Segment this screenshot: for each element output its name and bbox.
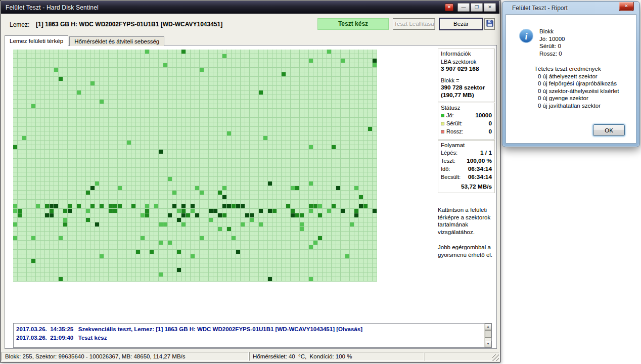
test-value: 100,00 % bbox=[467, 158, 492, 164]
result-line: 0 új áthelyezett szektor bbox=[538, 73, 619, 80]
log-scrollbar[interactable]: ▲ ▼ bbox=[484, 324, 491, 347]
disk-label: Lemez: bbox=[10, 21, 29, 28]
close-button[interactable]: ✕ bbox=[484, 3, 496, 12]
status-bar-spacer bbox=[425, 352, 499, 361]
dialog-title-bar[interactable]: Felület Teszt - Riport ✕ bbox=[502, 2, 639, 14]
time-label: Idő: bbox=[441, 166, 450, 172]
surface-help-text: Kattintson a felületi térképre a szektor… bbox=[438, 206, 496, 236]
bad-value: 0 bbox=[488, 128, 492, 135]
step-label: Lépés: bbox=[441, 150, 457, 156]
surface-map-canvas[interactable] bbox=[13, 50, 377, 282]
tab-strip: Lemez felületi térkép Hőmérséklet és átv… bbox=[5, 35, 165, 46]
maximize-button[interactable]: ❐ bbox=[471, 3, 483, 12]
progress-row-test: Teszt: 100,00 % bbox=[441, 158, 492, 164]
progress-panel-title: Folyamat bbox=[441, 142, 492, 148]
status-bar: Blokk: 255, Szektor: 99635640 - 10002636… bbox=[1, 351, 499, 361]
context-menu-help-text: Jobb egérgombbal a gyorsmenü érhető el. bbox=[438, 244, 496, 258]
red-close-button[interactable]: ✕ bbox=[445, 4, 453, 11]
test-label: Teszt: bbox=[441, 158, 455, 164]
log-line: 2017.03.26. 14:35:25 Szekvenciális teszt… bbox=[14, 324, 491, 333]
report-summary: Blokk Jó: 10000 Sérült: 0 Rossz: 0 bbox=[539, 28, 565, 57]
minimize-icon: — bbox=[462, 5, 466, 10]
test-status-badge: Teszt kész bbox=[317, 18, 389, 30]
stop-test-button[interactable]: Teszt Leállítása bbox=[393, 18, 435, 30]
damaged-label: Sérült: bbox=[446, 120, 463, 127]
step-value: 1 / 1 bbox=[480, 150, 492, 156]
damaged-value: 0 bbox=[488, 120, 492, 127]
chevron-up-icon: ▲ bbox=[487, 325, 490, 328]
speed-value: 53,72 MB/s bbox=[441, 183, 492, 190]
bad-color-swatch bbox=[441, 130, 444, 133]
surface-test-window: Felület Teszt - Hard Disk Sentinel ✕ — ❐… bbox=[0, 0, 500, 362]
save-icon bbox=[486, 20, 493, 27]
time-value: 06:34:14 bbox=[468, 166, 492, 172]
block-sectors: 390 728 szektor bbox=[441, 84, 492, 92]
info-panel-title: Információk bbox=[441, 51, 492, 57]
disk-value: [1] 1863 GB H: WDC WD2002FYPS-01U1B1 [WD… bbox=[36, 21, 222, 28]
progress-row-estimated: Becsült: 06:34:14 bbox=[441, 174, 492, 180]
report-dialog: Felület Teszt - Riport ✕ i Blokk Jó: 100… bbox=[502, 1, 640, 147]
block-size: (190,77 MB) bbox=[441, 92, 492, 99]
progress-row-time: Idő: 06:34:14 bbox=[441, 166, 492, 172]
window-title: Felület Teszt - Hard Disk Sentinel bbox=[6, 4, 99, 11]
ok-button[interactable]: OK bbox=[593, 124, 625, 136]
good-label: Jó: bbox=[446, 112, 454, 119]
progress-panel: Folyamat Lépés: 1 / 1 Teszt: 100,00 % Id… bbox=[438, 140, 495, 193]
resize-grip[interactable] bbox=[492, 354, 499, 361]
info-panel: Információk LBA szektorok 3 907 029 168 … bbox=[438, 49, 495, 102]
scrollbar-thumb[interactable] bbox=[485, 330, 491, 338]
estimated-value: 06:34:14 bbox=[468, 174, 492, 180]
close-window-button[interactable]: Bezár bbox=[439, 18, 483, 30]
status-row-bad: Rossz: 0 bbox=[441, 128, 492, 135]
block-label: Blokk = bbox=[441, 77, 492, 84]
save-report-button[interactable] bbox=[484, 18, 495, 30]
summary-damaged: Sérült: 0 bbox=[539, 42, 565, 50]
status-row-damaged: Sérült: 0 bbox=[441, 120, 492, 127]
damaged-color-swatch bbox=[441, 122, 444, 125]
lba-label: LBA szektorok bbox=[441, 58, 492, 65]
progress-row-step: Lépés: 1 / 1 bbox=[441, 150, 492, 156]
svg-text:i: i bbox=[525, 31, 528, 41]
details-title: Tételes teszt eredmények bbox=[534, 65, 619, 73]
status-panel: Státusz Jó: 10000 Sérült: 0 Rossz: 0 bbox=[438, 103, 495, 140]
log-box[interactable]: 2017.03.26. 14:35:25 Szekvenciális teszt… bbox=[13, 323, 492, 348]
surface-map-page: Információk LBA szektorok 3 907 029 168 … bbox=[5, 45, 497, 349]
status-bar-temperature-info: Hőmérséklet: 40 °C, Kondíció: 100 % bbox=[249, 352, 424, 361]
bad-label: Rossz: bbox=[446, 128, 464, 135]
close-icon: ✕ bbox=[488, 5, 492, 10]
info-icon: i bbox=[519, 28, 534, 43]
maximize-icon: ❐ bbox=[475, 5, 479, 10]
status-bar-block-info: Blokk: 255, Szektor: 99635640 - 10002636… bbox=[2, 352, 249, 361]
dialog-content: i Blokk Jó: 10000 Sérült: 0 Rossz: 0 Tét… bbox=[506, 14, 636, 144]
lba-value: 3 907 029 168 bbox=[441, 65, 492, 73]
good-value: 10000 bbox=[475, 112, 492, 119]
report-details: Tételes teszt eredmények 0 új áthelyezet… bbox=[534, 65, 619, 110]
summary-block-label: Blokk bbox=[539, 28, 565, 35]
estimated-label: Becsült: bbox=[441, 174, 461, 180]
details-lines: 0 új áthelyezett szektor 0 új felpörgési… bbox=[538, 73, 619, 110]
tab-temperature[interactable]: Hőmérséklet és átviteli sebesség bbox=[69, 36, 164, 46]
close-icon: ✕ bbox=[447, 5, 451, 10]
good-color-swatch bbox=[441, 114, 444, 117]
chevron-down-icon: ▼ bbox=[487, 342, 490, 345]
tab-surface-map[interactable]: Lemez felületi térkép bbox=[5, 35, 68, 47]
status-panel-title: Státusz bbox=[441, 105, 492, 111]
dialog-title: Felület Teszt - Riport bbox=[512, 5, 568, 12]
result-line: 0 új szektor-áthelyezési kísérlet bbox=[538, 87, 619, 95]
result-line: 0 új javíthatatlan szektor bbox=[538, 102, 619, 110]
status-row-good: Jó: 10000 bbox=[441, 112, 492, 119]
titlebar-buttons: ✕ — ❐ ✕ bbox=[445, 3, 496, 12]
summary-good: Jó: 10000 bbox=[539, 35, 565, 43]
minimize-button[interactable]: — bbox=[457, 3, 470, 12]
scroll-down-button[interactable]: ▼ bbox=[485, 341, 491, 347]
log-line: 2017.03.26. 21:09:40 Teszt kész bbox=[14, 333, 491, 342]
close-icon: ✕ bbox=[624, 4, 628, 9]
result-line: 0 új gyenge szektor bbox=[538, 95, 619, 102]
scroll-up-button[interactable]: ▲ bbox=[485, 324, 491, 330]
result-line: 0 új felpörgési újrapróbálkozás bbox=[538, 80, 619, 87]
title-bar[interactable]: Felület Teszt - Hard Disk Sentinel ✕ — ❐… bbox=[1, 1, 499, 14]
dialog-close-button[interactable]: ✕ bbox=[619, 2, 634, 11]
summary-bad: Rossz: 0 bbox=[539, 50, 565, 58]
